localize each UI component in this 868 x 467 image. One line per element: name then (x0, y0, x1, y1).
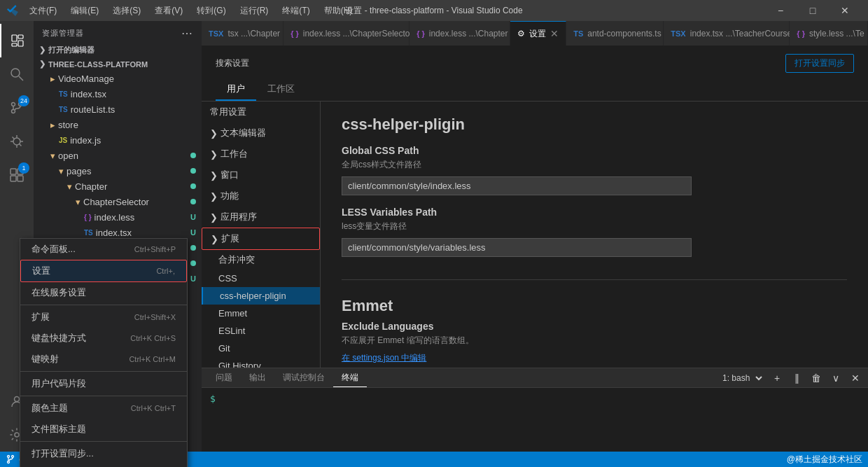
sidebar-more-icon[interactable]: ⋯ (181, 27, 193, 40)
ts-icon: TS (84, 229, 93, 237)
ctx-file-icon-theme[interactable]: 文件图标主题 (34, 419, 187, 440)
menu-edit[interactable]: 编辑(E) (65, 4, 104, 18)
terminal-trash-button[interactable]: 🗑 (809, 371, 823, 385)
nav-text-editor[interactable]: ❯ 文本编辑器 (202, 123, 320, 144)
terminal-shell-select[interactable]: 1: bash (717, 371, 764, 385)
ctx-extensions[interactable]: 扩展 Ctrl+Shift+X (34, 307, 187, 328)
sync-settings-button[interactable]: 打开设置同步 (785, 54, 854, 73)
tree-item-index-tsx[interactable]: TS index.tsx (34, 86, 202, 102)
terminal-tab-problems[interactable]: 问题 (207, 369, 241, 386)
terminal-expand-button[interactable]: ∨ (829, 371, 843, 385)
tree-item-open[interactable]: ▾ open (34, 148, 202, 163)
nav-window[interactable]: ❯ 窗口 (202, 165, 320, 186)
ctx-color-theme[interactable]: 颜色主题 Ctrl+K Ctrl+T (34, 398, 187, 419)
menu-file[interactable]: 文件(F) (24, 4, 62, 18)
ctx-settings[interactable]: 设置 Ctrl+, (34, 260, 187, 282)
tree-item-chapterselector[interactable]: ▾ ChapterSelector (34, 194, 202, 209)
nav-git-history[interactable]: Git History (202, 357, 320, 368)
tree-item-chapter[interactable]: ▾ Chapter (34, 179, 202, 194)
activity-explorer[interactable] (0, 24, 34, 57)
terminal-tab-debug-console[interactable]: 调试控制台 (274, 369, 333, 386)
tree-item-pages[interactable]: ▾ pages (34, 163, 202, 179)
activity-extensions[interactable]: 1 (0, 158, 34, 192)
menu-terminal[interactable]: 终端(T) (276, 4, 315, 18)
project-section[interactable]: ❯ THREE-CLASS-PLATFORM (34, 57, 202, 71)
settings-tab-user[interactable]: 用户 (216, 78, 256, 101)
menu-select[interactable]: 选择(S) (107, 4, 146, 18)
nav-workbench[interactable]: ❯ 工作台 (202, 144, 320, 165)
app-icon (7, 5, 18, 16)
activity-source-control[interactable]: 24 (0, 91, 34, 125)
open-editors-section[interactable]: ❯ 打开的编辑器 (34, 43, 202, 57)
tree-item-store[interactable]: ▸ store (34, 117, 202, 132)
nav-label: 文本编辑器 (220, 127, 266, 139)
tree-item-indexjs[interactable]: JS index.js (34, 132, 202, 148)
ctx-command-palette[interactable]: 命令面板... Ctrl+Shift+P (34, 239, 187, 260)
tab-close-button[interactable]: ✕ (550, 28, 559, 39)
nav-css-helper[interactable]: css-helper-pligin (202, 287, 320, 305)
tab-styleless[interactable]: { } style.less ...\Te (790, 21, 868, 46)
nav-label: 应用程序 (220, 211, 257, 223)
nav-eslint[interactable]: ESLint (202, 322, 320, 340)
nav-git[interactable]: Git (202, 340, 320, 357)
svg-line-5 (19, 76, 23, 81)
tree-item-routelist[interactable]: TS routeList.ts (34, 102, 202, 117)
settings-tab-workspace[interactable]: 工作区 (256, 78, 306, 101)
nav-app[interactable]: ❯ 应用程序 (202, 207, 320, 228)
global-css-input[interactable] (342, 176, 692, 195)
watermark-text: @稀土掘金技术社区 (787, 454, 862, 466)
ctx-sync-settings[interactable]: 打开设置同步... (34, 443, 187, 452)
minimize-button[interactable]: − (764, 0, 797, 21)
terminal-split-button[interactable]: ‖ (790, 371, 804, 385)
tab-tsx-chapter[interactable]: TSX tsx ...\Chapter (202, 21, 284, 46)
nav-css[interactable]: CSS (202, 270, 320, 287)
exclude-lang-link[interactable]: 在 settings.json 中编辑 (342, 353, 426, 363)
tab-antd-components[interactable]: TS antd-components.ts (566, 21, 664, 46)
chevron-right-icon: ❯ (210, 191, 218, 202)
terminal-close-button[interactable]: ✕ (848, 371, 862, 385)
settings-nav: 常用设置 ❯ 文本编辑器 ❯ 工作台 ❯ 窗口 ❯ 功 (202, 102, 321, 368)
ctx-keymaps[interactable]: 键映射 Ctrl+K Ctrl+M (34, 349, 187, 370)
settings-content: css-helper-pligin Global CSS Path 全局css样… (321, 102, 868, 368)
nav-common[interactable]: 常用设置 (202, 102, 320, 123)
tab-indexless-chapter[interactable]: { } index.less ...\Chapter (410, 21, 510, 46)
ctx-user-snippets[interactable]: 用户代码片段 (34, 373, 187, 394)
terminal-tab-terminal[interactable]: 终端 (333, 369, 367, 387)
settings-panel: 搜索设置 打开设置同步 用户 工作区 常用设置 ❯ 文本编辑器 (202, 46, 868, 368)
file-label: index.tsx (96, 228, 132, 238)
terminal-line-1: $ (210, 392, 860, 406)
ctx-divider-1 (34, 305, 187, 305)
title-bar: 文件(F) 编辑(E) 选择(S) 查看(V) 转到(G) 运行(R) 终端(T… (0, 0, 868, 21)
terminal-tab-output[interactable]: 输出 (241, 369, 274, 386)
status-bar-right: @稀土掘金技术社区 (787, 454, 862, 466)
ctx-keyboard-shortcuts[interactable]: 键盘快捷方式 Ctrl+K Ctrl+S (34, 328, 187, 349)
tab-indexless-chapterselector[interactable]: { } index.less ...\ChapterSelector (284, 21, 410, 46)
tree-item-videomanage[interactable]: ▸ VideoManage (34, 71, 202, 86)
tree-item-indexless1[interactable]: { } index.less U (34, 209, 202, 225)
nav-features[interactable]: ❯ 功能 (202, 186, 320, 207)
less-vars-input[interactable] (342, 238, 692, 257)
nav-emmet[interactable]: Emmet (202, 305, 320, 322)
maximize-button[interactable]: □ (797, 0, 829, 21)
menu-view[interactable]: 查看(V) (149, 4, 188, 18)
terminal-add-button[interactable]: + (770, 371, 784, 385)
close-button[interactable]: ✕ (829, 0, 861, 21)
file-label: index.tsx (71, 89, 106, 99)
menu-goto[interactable]: 转到(G) (191, 4, 231, 18)
tab-settings[interactable]: ⚙ 设置 ✕ (510, 21, 566, 46)
ctx-divider-2 (34, 371, 187, 372)
tab-label: index.less ...\Chapter (429, 29, 508, 39)
ctx-label: 设置 (34, 265, 50, 277)
activity-debug[interactable] (0, 125, 34, 158)
tab-index-teachercourselist[interactable]: TSX index.tsx ...\TeacherCourseList (664, 21, 790, 46)
folder-label: Chapter (75, 181, 107, 192)
ctx-shortcut: Ctrl+Shift+P (134, 245, 176, 253)
nav-extensions[interactable]: ❯ 扩展 (202, 228, 320, 250)
svg-point-24 (12, 456, 14, 458)
chevron-down-icon: ❯ (39, 60, 46, 69)
menu-run[interactable]: 运行(R) (234, 4, 274, 18)
context-menu: 命令面板... Ctrl+Shift+P 设置 Ctrl+, 在线服务设置 扩展… (34, 238, 188, 452)
activity-search[interactable] (0, 57, 34, 91)
nav-merge-conflict[interactable]: 合并冲突 (202, 250, 320, 270)
ctx-online-settings[interactable]: 在线服务设置 (34, 282, 187, 303)
